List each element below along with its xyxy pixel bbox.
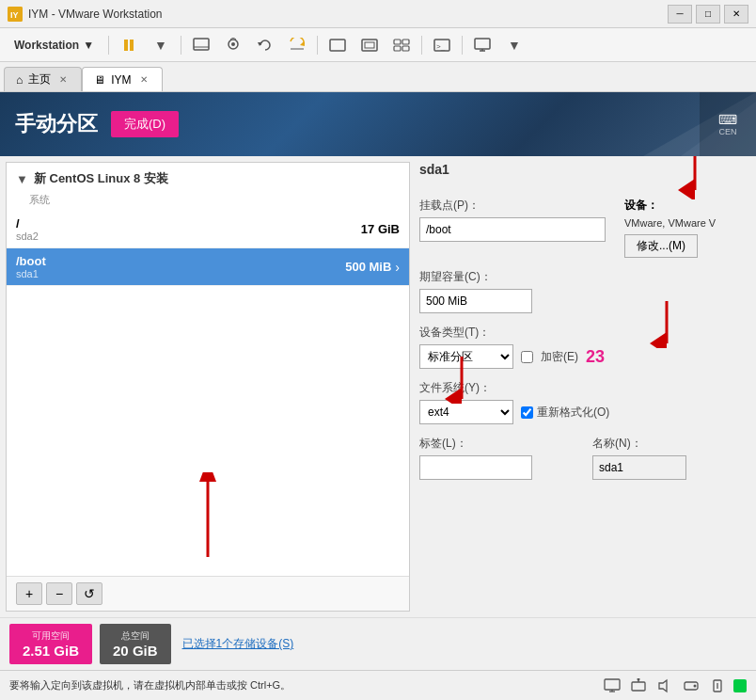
remove-partition-button[interactable]: − [46,582,72,605]
display-button[interactable] [468,32,496,58]
tag-group: 标签(L)： [419,436,574,480]
name-input[interactable] [592,455,686,480]
close-button[interactable]: ✕ [724,5,748,24]
partition-root-sub: sda2 [16,231,361,242]
status-sound-icon[interactable] [654,676,675,695]
mountpoint-device-row: 挂载点(P)： 设备： VMware, VMware V 修改...(M) [419,198,747,258]
pause-button[interactable] [115,32,143,58]
annotation-arrow-down-title [671,156,718,199]
svg-rect-32 [632,682,645,691]
tab-home[interactable]: ⌂ 主页 ✕ [4,67,82,91]
status-bar: 要将输入定向到该虚拟机，请在虚拟机内部单击或按 Ctrl+G。 [0,670,756,700]
total-storage-badge: 总空间 20 GiB [100,624,171,664]
selected-arrow-icon: › [395,260,400,275]
status-icons [602,676,747,695]
filesystem-row: 文件系统(Y)： ext4 重新格式化(O) [419,380,747,424]
svg-rect-13 [365,42,374,48]
main-content: 手动分区 完成(D) ⌨ CEN ▼ 新 CentOS Linux 8 [0,92,756,670]
partition-root[interactable]: / sda2 17 GiB [7,211,409,248]
toolbar-separator-4 [421,36,422,55]
name-group: 名称(N)： [592,436,747,480]
add-partition-button[interactable]: + [16,582,42,605]
reformat-label: 重新格式化(O) [537,405,609,421]
workstation-menu-button[interactable]: Workstation ▼ [6,35,102,56]
encrypt-checkbox-label[interactable]: 加密(E) 23 [521,347,605,367]
total-label: 总空间 [113,629,158,643]
available-value: 2.51 GiB [23,643,79,659]
status-text: 要将输入定向到该虚拟机，请在虚拟机内部单击或按 Ctrl+G。 [9,678,291,692]
annotation-arrow-down-fs [438,352,485,404]
svg-rect-17 [402,46,409,51]
revert-button[interactable] [251,32,279,58]
toolbar-separator-2 [181,36,181,55]
status-usb-icon[interactable] [707,676,728,695]
minimize-button[interactable]: ─ [668,5,692,24]
send-ctrl-alt-del[interactable] [283,32,311,58]
refresh-partition-button[interactable]: ↺ [76,582,102,605]
status-storage-icon[interactable] [681,676,701,695]
annotation-arrow-up [180,472,236,566]
fullscreen-button[interactable] [355,32,384,58]
mountpoint-input[interactable] [419,217,606,242]
partition-boot-size: 500 MiB [345,260,391,274]
svg-marker-8 [258,42,262,46]
done-button[interactable]: 完成(D) [111,111,179,137]
svg-marker-35 [659,680,667,692]
svg-rect-14 [394,40,401,44]
left-panel: ▼ 新 CentOS Linux 8 安装 系统 / sda2 17 GiB / [6,162,410,612]
svg-rect-4 [194,39,209,50]
display-dropdown[interactable]: ▼ [500,32,528,58]
tab-iym-label: IYM [111,73,131,87]
maximize-button[interactable]: □ [696,5,720,24]
svg-point-34 [638,678,640,681]
app-icon: IY [8,7,23,22]
partition-boot-name: /boot [16,254,345,268]
vm-icon: 🖥 [94,73,105,87]
window-title: IYM - VMware Workstation [28,8,668,21]
partition-boot[interactable]: /boot sda1 500 MiB › [7,248,409,286]
reformat-checkbox[interactable] [521,406,533,419]
console-button[interactable]: >_ [428,32,456,58]
right-panel: sda1 挂载点(P)： [410,156,756,617]
annotation-number-badge: 23 [586,347,605,367]
partition-root-name: / [16,216,361,231]
normal-view-button[interactable] [323,32,352,58]
encrypt-label-text: 加密(E) [541,349,578,365]
status-monitor-icon[interactable] [602,676,622,695]
keyboard-panel: ⌨ CEN [700,92,756,156]
svg-rect-11 [330,40,345,51]
tab-home-label: 主页 [28,72,51,88]
unity-mode-button[interactable] [387,32,416,58]
status-network-icon[interactable] [628,676,649,695]
tag-input[interactable] [419,455,532,480]
tag-label: 标签(L)： [419,436,574,452]
partition-root-size: 17 GiB [361,222,400,236]
svg-rect-31 [605,679,620,690]
tab-iym-close[interactable]: ✕ [137,73,150,87]
keyboard-icon: ⌨ [718,112,737,127]
toolbar-separator-3 [317,36,318,55]
toolbar-separator-5 [462,36,463,55]
capacity-input[interactable] [419,289,532,313]
tab-home-close[interactable]: ✕ [56,73,70,87]
section-header: ▼ 新 CentOS Linux 8 安装 [7,163,409,191]
title-bar: IY IYM - VMware Workstation ─ □ ✕ [0,0,756,28]
svg-point-37 [694,684,697,687]
tab-iym[interactable]: 🖥 IYM ✕ [82,67,162,91]
mountpoint-group: 挂载点(P)： [419,198,606,258]
capacity-row: 期望容量(C)： [419,269,747,313]
modify-button[interactable]: 修改...(M) [624,234,698,258]
partition-boot-sub: sda1 [16,268,345,279]
svg-point-7 [231,42,235,46]
vm-settings-button[interactable] [187,32,215,58]
device-type-label: 设备类型(T)： [419,325,747,341]
reformat-checkbox-label[interactable]: 重新格式化(O) [521,405,609,421]
dropdown-arrow-icon: ▼ [83,39,94,52]
encrypt-checkbox[interactable] [521,351,533,363]
available-storage-badge: 可用空间 2.51 GiB [9,624,92,664]
storage-devices-link[interactable]: 已选择1个存储设备(S) [182,636,294,652]
pause-dropdown[interactable]: ▼ [147,32,175,58]
svg-text:>_: >_ [436,42,446,51]
snapshot-button[interactable] [219,32,247,58]
panel-bottom-buttons: + − ↺ [7,576,409,611]
